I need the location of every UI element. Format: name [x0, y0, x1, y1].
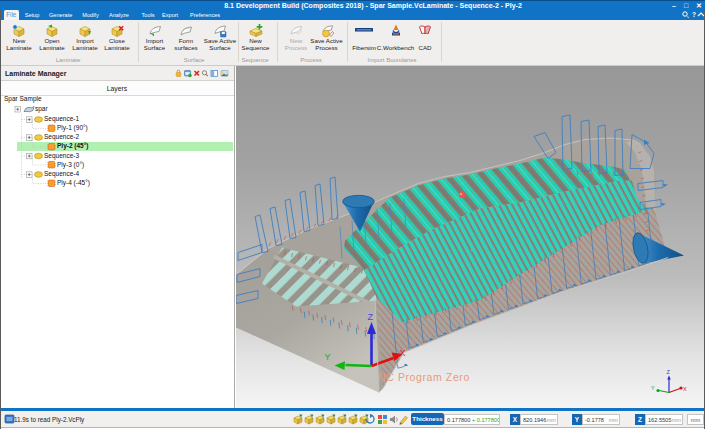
svg-text:Y: Y	[651, 384, 655, 390]
svg-text:Z: Z	[368, 312, 374, 322]
svg-text:Y: Y	[325, 352, 331, 362]
svg-text:Z: Z	[667, 368, 671, 374]
svg-text:X: X	[683, 385, 687, 391]
svg-text:NC Program Zero: NC Program Zero	[378, 370, 470, 382]
svg-text:X: X	[400, 348, 406, 358]
